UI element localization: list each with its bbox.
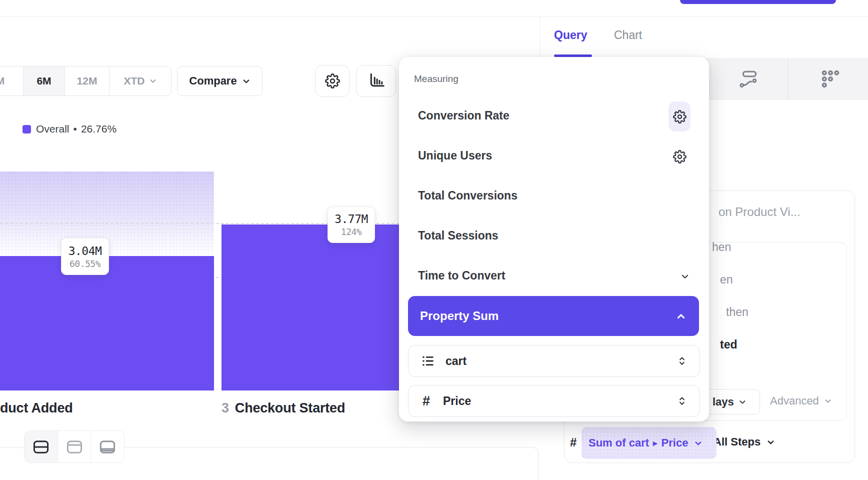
- bottom-panel-icon: [99, 440, 116, 454]
- conversion-window-fragment: lays: [712, 396, 734, 408]
- advanced-label: Advanced: [770, 394, 819, 408]
- primary-action-button-partial[interactable]: [680, 0, 836, 4]
- chevron-down-icon: [242, 77, 250, 86]
- step-label-product-added: duct Added: [0, 400, 73, 416]
- funnel-bar-product-added[interactable]: [0, 256, 214, 390]
- picker-value: cart: [446, 354, 466, 368]
- tab-label: Chart: [614, 28, 642, 42]
- top-panel-icon: [66, 440, 83, 454]
- arrow-right-icon: ▸: [653, 438, 658, 448]
- chevron-down-icon: [824, 397, 832, 405]
- step-number: 3: [222, 400, 229, 416]
- value-amount: 3.77M: [334, 212, 368, 226]
- region-divider: [540, 16, 540, 58]
- step-row-fragment: hen: [712, 240, 731, 254]
- property-event-picker[interactable]: cart: [408, 345, 700, 377]
- step-name: Checkout Started: [235, 400, 345, 416]
- layout-top-panel-button[interactable]: [58, 431, 92, 462]
- advanced-button[interactable]: Advanced: [770, 394, 832, 408]
- all-steps-button[interactable]: All Steps: [714, 436, 775, 448]
- gear-icon[interactable]: [673, 150, 686, 164]
- step-name: duct Added: [0, 400, 73, 416]
- chevron-down-icon: [149, 77, 157, 85]
- hash-icon: #: [422, 394, 430, 409]
- property-value-picker[interactable]: # Price: [408, 385, 700, 417]
- tab-label: Query: [554, 28, 587, 42]
- time-range-xtd[interactable]: XTD: [110, 66, 171, 96]
- time-range-label: XTD: [124, 75, 145, 87]
- top-bar: [0, 0, 868, 17]
- value-percent: 60.55%: [70, 258, 100, 269]
- measuring-title: Measuring: [414, 74, 458, 84]
- holding-constant-fragment: on Product Vi...: [718, 205, 800, 219]
- section-divider-vertical: [538, 454, 538, 480]
- legend-overall-conversion: 26.76%: [81, 123, 116, 135]
- step-label-checkout-started: 3Checkout Started: [222, 400, 345, 416]
- flows-icon: [738, 69, 758, 89]
- menu-item-unique-users[interactable]: Unique Users: [418, 149, 492, 162]
- time-range-label: M: [0, 75, 4, 87]
- apps-grid-icon: [820, 69, 840, 89]
- time-range-m[interactable]: M: [0, 66, 24, 96]
- sum-of-cart-price-button[interactable]: Sum of cart ▸ Price: [582, 427, 716, 459]
- time-range-12m[interactable]: 12M: [65, 66, 110, 96]
- compare-button[interactable]: Compare: [177, 66, 262, 96]
- sum-pill-property: Price: [662, 436, 688, 450]
- value-percent: 124%: [341, 226, 362, 237]
- step-row-fragment: en: [720, 273, 733, 286]
- menu-item-total-conversions[interactable]: Total Conversions: [418, 189, 518, 202]
- split-horizontal-icon: [32, 440, 50, 454]
- layout-toggle-group: [24, 430, 124, 463]
- menu-item-property-sum-selected[interactable]: Property Sum: [408, 296, 699, 336]
- menu-item-total-sessions[interactable]: Total Sessions: [418, 229, 498, 242]
- legend: Overall • 26.76%: [22, 123, 116, 135]
- menu-item-time-to-convert[interactable]: Time to Convert: [418, 269, 506, 282]
- picker-value: Price: [443, 394, 471, 408]
- sum-pill-prefix: Sum of cart: [588, 436, 649, 450]
- toolbar-divider: [788, 58, 788, 100]
- time-range-label: 12M: [77, 75, 98, 87]
- value-label-product-added: 3.04M 60.55%: [61, 238, 109, 275]
- gear-icon[interactable]: [673, 110, 686, 124]
- legend-series-name: Overall: [36, 123, 70, 135]
- apps-grid-button[interactable]: [820, 69, 840, 89]
- chevron-down-icon: [680, 272, 690, 281]
- flows-button[interactable]: [738, 69, 758, 89]
- value-amount: 3.04M: [68, 244, 102, 258]
- gear-icon: [325, 74, 340, 88]
- tab-chart[interactable]: Chart: [614, 28, 642, 42]
- updown-stepper-icon: [678, 396, 686, 406]
- chevron-down-icon: [738, 398, 746, 406]
- chart-type-button[interactable]: [356, 65, 396, 97]
- tab-query[interactable]: Query: [554, 28, 587, 42]
- property-sum-label: Property Sum: [420, 309, 498, 323]
- chart-settings-button[interactable]: [315, 65, 350, 97]
- step-row-fragment: ted: [720, 338, 738, 352]
- measuring-dropdown: Measuring Conversion Rate Unique Users T…: [399, 57, 709, 422]
- legend-separator: •: [74, 123, 77, 135]
- chevron-up-icon: [676, 312, 686, 322]
- list-icon: [422, 354, 434, 368]
- chevron-down-icon: [694, 439, 702, 448]
- value-label-checkout-started: 3.77M 124%: [328, 206, 375, 243]
- numeric-property-icon: #: [570, 436, 576, 450]
- bar-chart-icon: [367, 72, 385, 90]
- legend-swatch: [22, 125, 31, 134]
- all-steps-label: All Steps: [714, 436, 760, 448]
- menu-item-conversion-rate[interactable]: Conversion Rate: [418, 109, 510, 122]
- conversion-window-button[interactable]: lays: [704, 389, 760, 414]
- compare-label: Compare: [189, 74, 236, 88]
- updown-stepper-icon: [678, 356, 686, 366]
- layout-bottom-panel-button[interactable]: [91, 431, 124, 462]
- chevron-down-icon: [766, 438, 775, 446]
- time-range-group: M 6M 12M XTD: [0, 66, 172, 96]
- time-range-label: 6M: [36, 75, 51, 87]
- time-range-6m[interactable]: 6M: [24, 66, 65, 96]
- step-row-fragment: then: [726, 306, 748, 319]
- layout-split-horizontal-button[interactable]: [24, 431, 58, 462]
